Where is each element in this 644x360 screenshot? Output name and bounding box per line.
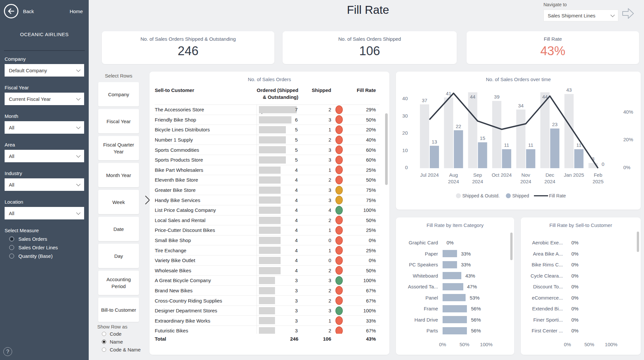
hbar-row[interactable]: Frame56% xyxy=(396,303,514,314)
bar-shipped-outstanding[interactable] xyxy=(420,104,429,168)
hbar-row[interactable]: Extended Bi...0% xyxy=(521,303,641,314)
navigate-to-dropdown[interactable]: Sales Shipment Lines xyxy=(543,10,618,21)
measure-option[interactable]: Quantity (Base) xyxy=(9,253,89,259)
chevron-down-icon xyxy=(76,153,80,158)
table-row[interactable]: Handy Bike Services4375% xyxy=(155,195,380,205)
hbar-row[interactable]: Area Bike A...0% xyxy=(521,248,641,259)
x-axis-label: 2025 xyxy=(592,179,603,184)
select-rows-button[interactable]: Fiscal Year xyxy=(98,109,139,133)
cell-status xyxy=(331,146,347,154)
help-button[interactable]: ? xyxy=(3,347,12,356)
filter-dropdown[interactable]: Default Company xyxy=(5,64,84,77)
filter-dropdown[interactable]: All xyxy=(5,178,84,191)
table-row[interactable]: Eleventh Bike Store4250% xyxy=(155,175,380,185)
column-header-fill-rate[interactable]: Fill Rate xyxy=(347,87,376,101)
bar-shipped[interactable] xyxy=(526,149,535,168)
hbar-row[interactable]: Graphic Card0% xyxy=(396,237,514,248)
filter-dropdown[interactable]: All xyxy=(5,121,84,134)
select-rows-button[interactable]: Company xyxy=(98,82,139,106)
bar-shipped[interactable] xyxy=(502,149,511,168)
column-header-ordered[interactable]: Ordered (Shipped & Outstanding) xyxy=(257,87,298,101)
table-row[interactable]: Number 1 Supply5240% xyxy=(155,135,380,145)
select-rows-button[interactable]: Accounting Period xyxy=(98,271,139,295)
hbar-row[interactable]: PC Speakers33% xyxy=(396,259,514,270)
table-row[interactable]: Friendly Bike Shop6350% xyxy=(155,115,380,125)
select-rows-button[interactable]: Fiscal Quarter Year xyxy=(98,136,139,160)
select-rows-button[interactable]: Bill-to Customer xyxy=(98,298,139,322)
table-row[interactable]: Bike Part Wholesalers4125% xyxy=(155,165,380,175)
bar-shipped[interactable] xyxy=(550,128,560,168)
table-scrollbar[interactable] xyxy=(385,113,388,185)
table-row[interactable]: Sports Commodities5360% xyxy=(155,145,380,155)
hbar-row[interactable]: Discount To...0% xyxy=(521,281,641,292)
measure-option[interactable]: Sales Orders xyxy=(9,236,89,242)
bar-shipped[interactable] xyxy=(454,130,463,169)
back-label[interactable]: Back xyxy=(23,9,34,14)
hbar-row[interactable]: Paper33% xyxy=(396,248,514,259)
bar-shipped-outstanding[interactable] xyxy=(444,98,453,168)
hbar-row[interactable]: Hard Drive56% xyxy=(396,314,514,326)
cell-shipped: 2 xyxy=(298,268,331,273)
filter-dropdown[interactable]: All xyxy=(5,207,84,219)
table-row[interactable]: Tire Exchange4125% xyxy=(155,245,380,256)
table-row[interactable]: Sports Products Store5360% xyxy=(155,155,380,165)
cell-customer: Extraordinary Bike Works xyxy=(155,318,257,324)
bar-shipped-outstanding[interactable] xyxy=(540,92,550,168)
bar-shipped-outstanding[interactable] xyxy=(564,94,574,168)
hbar-row[interactable]: First Center ...0% xyxy=(521,325,641,336)
hbar-row[interactable]: Bike Rims C...0% xyxy=(521,259,641,270)
table-row[interactable]: List Price Catalog Company44100% xyxy=(155,205,380,215)
select-rows-button[interactable]: Date xyxy=(98,217,139,241)
table-row[interactable]: Brand New Bikes3267% xyxy=(155,286,380,296)
back-button[interactable] xyxy=(4,4,18,18)
table-row[interactable]: Price-Cutter Discount Bikes4125% xyxy=(155,225,380,236)
sidebar-measures: Sales OrdersSales Order LinesQuantity (B… xyxy=(0,236,89,259)
select-rows-button[interactable]: Week xyxy=(98,190,139,214)
hbar-row[interactable]: Panel53% xyxy=(396,292,514,304)
table-row[interactable]: Small Bike Shop400% xyxy=(155,236,380,246)
table-row[interactable]: A Great Bicycle Company33100% xyxy=(155,276,380,286)
show-row-as-option[interactable]: Code xyxy=(102,331,141,337)
table-row[interactable]: Designer Department Stores33100% xyxy=(155,306,380,316)
hbar-category-label: PC Speakers xyxy=(396,262,438,267)
hbar-row[interactable]: eCommerce...0% xyxy=(521,292,641,304)
filter-value: Default Company xyxy=(9,68,77,73)
hbar-row[interactable]: Cycle Cleara...0% xyxy=(521,270,641,281)
bar-shipped-outstanding[interactable] xyxy=(468,92,477,168)
category-scrollbar[interactable] xyxy=(510,233,513,260)
hbar-row[interactable]: Aerobic Exe...0% xyxy=(521,237,641,248)
column-header-shipped[interactable]: Shipped xyxy=(298,87,331,101)
show-row-as-option[interactable]: Name xyxy=(102,339,141,345)
bar-shipped[interactable] xyxy=(478,142,487,168)
hbar-row[interactable]: Assorted Ta...47% xyxy=(396,281,514,292)
table-row[interactable]: Variety Bike Outlet400% xyxy=(155,256,380,266)
measure-option[interactable]: Sales Order Lines xyxy=(9,245,89,250)
bar-shipped[interactable] xyxy=(574,149,584,168)
hbar-row[interactable]: Parts56% xyxy=(396,325,514,336)
table-row[interactable]: Extraordinary Bike Works3133% xyxy=(155,316,380,326)
table-row[interactable]: Cross-Country Riding Supplies3267% xyxy=(155,296,380,306)
cell-fill-rate: 33% xyxy=(347,318,376,324)
table-row[interactable]: Bicycle Lines Distributors5120% xyxy=(155,125,380,135)
hbar-row[interactable]: Finer Sporti...0% xyxy=(521,314,641,326)
filter-dropdown[interactable]: All xyxy=(5,150,84,162)
bar-shipped[interactable] xyxy=(430,146,439,168)
cell-status xyxy=(331,216,347,224)
filter-dropdown[interactable]: Current Fiscal Year xyxy=(5,93,84,105)
customer-scrollbar[interactable] xyxy=(637,232,639,252)
hbar-row[interactable]: Whiteboard43% xyxy=(396,270,514,281)
show-row-as-option[interactable]: Code & Name xyxy=(102,347,141,352)
bar-shipped-outstanding[interactable] xyxy=(492,101,501,168)
select-rows-button[interactable]: Day xyxy=(98,244,139,268)
table-row[interactable]: Local Sales and Rental4250% xyxy=(155,215,380,226)
home-button[interactable]: Home xyxy=(70,9,83,14)
navigate-go-button[interactable] xyxy=(622,7,635,21)
table-row[interactable]: Futuristic Bikes3267% xyxy=(155,326,380,334)
bar-shipped-outstanding[interactable] xyxy=(516,110,525,169)
table-row[interactable]: Greater Bike Store4375% xyxy=(155,185,380,195)
column-header-customer[interactable]: Sell-to Customer xyxy=(155,87,257,101)
table-row[interactable]: Wholesale Bikes4250% xyxy=(155,266,380,276)
select-rows-button[interactable]: Month Year xyxy=(98,163,139,187)
table-row[interactable]: The Accessories Store7229% xyxy=(155,105,380,115)
cell-ordered: 4 xyxy=(257,215,298,225)
